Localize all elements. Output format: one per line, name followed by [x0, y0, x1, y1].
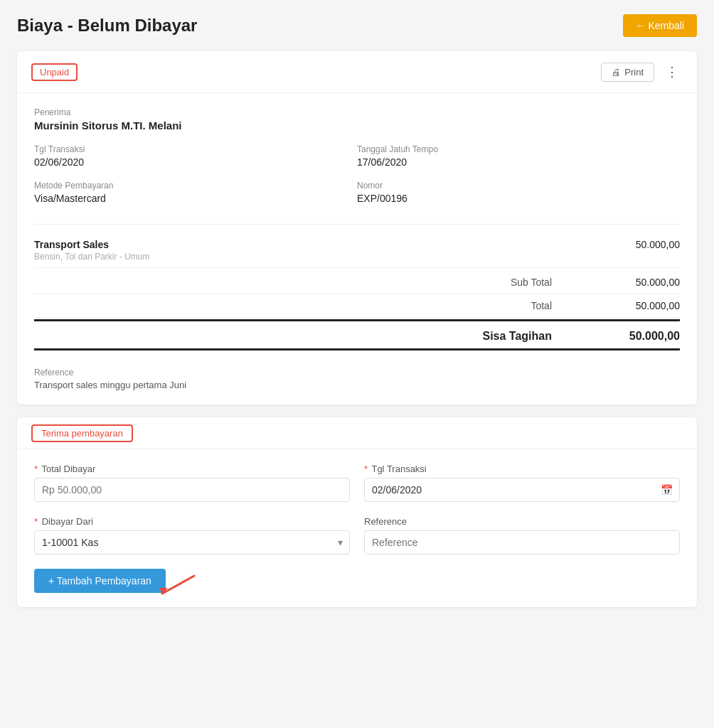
item-desc: Bensin, Tol dan Parkir - Umum	[34, 252, 150, 262]
reference-label: Reference	[34, 368, 680, 378]
total-dibayar-label: * Total Dibayar	[34, 464, 350, 474]
penerima-block: Penerima Mursinin Sitorus M.TI. Melani	[34, 107, 680, 132]
total-dibayar-group: * Total Dibayar	[34, 464, 350, 502]
sisa-value: 50.000,00	[609, 330, 680, 343]
payment-grid: * Total Dibayar * Tgl Transaksi 📅	[34, 464, 680, 555]
item-info: Transport Sales Bensin, Tol dan Parkir -…	[34, 239, 150, 262]
penerima-value: Mursinin Sitorus M.TI. Melani	[34, 119, 680, 132]
sub-total-label: Sub Total	[511, 277, 552, 288]
tanggal-jatuh-label: Tanggal Jatuh Tempo	[357, 144, 680, 154]
dibayar-dari-label: * Dibayar Dari	[34, 516, 350, 527]
required-star-3: *	[34, 516, 38, 527]
total-row: Total 50.000,00	[34, 294, 680, 318]
reference-value: Transport sales minggu pertama Juni	[34, 380, 680, 390]
metode-label: Metode Pembayaran	[34, 181, 357, 191]
page-title: Biaya - Belum Dibayar	[17, 16, 197, 36]
tambah-pembayaran-button[interactable]: + Tambah Pembayaran	[34, 569, 166, 593]
penerima-label: Penerima	[34, 107, 680, 117]
items-section: Transport Sales Bensin, Tol dan Parkir -…	[34, 224, 680, 268]
required-star-1: *	[34, 464, 38, 474]
nomor-block: Nomor EXP/00196	[357, 181, 680, 204]
reference-input[interactable]	[364, 530, 680, 555]
invoice-card: Unpaid 🖨 Print ⋮ Penerima Mursinin Sitor…	[17, 51, 697, 405]
back-button[interactable]: ← Kembali	[623, 14, 697, 37]
totals-section: Sub Total 50.000,00 Total 50.000,00 Sisa…	[34, 271, 680, 350]
nomor-label: Nomor	[357, 181, 680, 191]
tgl-transaksi-block: Tgl Transaksi 02/06/2020	[34, 144, 357, 168]
reference-pay-group: Reference	[364, 516, 680, 555]
more-button[interactable]: ⋮	[661, 61, 683, 82]
item-row: Transport Sales Bensin, Tol dan Parkir -…	[34, 233, 680, 268]
payment-card: Terima pembayaran * Total Dibayar * Tgl …	[17, 417, 697, 607]
tgl-transaksi-pay-label: * Tgl Transaksi	[364, 464, 680, 474]
print-label: Print	[624, 67, 644, 77]
sub-total-value: 50.000,00	[609, 277, 680, 288]
reference-block: Reference Transport sales minggu pertama…	[34, 362, 680, 390]
dibayar-dari-group: * Dibayar Dari ▾	[34, 516, 350, 555]
item-name: Transport Sales	[34, 239, 150, 250]
sisa-row: Sisa Tagihan 50.000,00	[34, 319, 680, 350]
info-row-2: Metode Pembayaran Visa/Mastercard Nomor …	[34, 181, 680, 217]
dibayar-dari-input[interactable]	[34, 530, 350, 555]
info-row-1: Tgl Transaksi 02/06/2020 Tanggal Jatuh T…	[34, 144, 680, 181]
tgl-transaksi-label: Tgl Transaksi	[34, 144, 357, 154]
total-dibayar-input[interactable]	[34, 478, 350, 502]
invoice-card-body: Penerima Mursinin Sitorus M.TI. Melani T…	[17, 93, 697, 405]
metode-value: Visa/Mastercard	[34, 193, 357, 204]
tgl-transaksi-input[interactable]	[364, 478, 680, 502]
page-container: Biaya - Belum Dibayar ← Kembali Unpaid 🖨…	[0, 0, 714, 728]
total-value: 50.000,00	[609, 300, 680, 311]
invoice-card-header: Unpaid 🖨 Print ⋮	[17, 51, 697, 93]
reference-pay-label: Reference	[364, 516, 680, 527]
terima-badge: Terima pembayaran	[31, 424, 133, 442]
header-actions: 🖨 Print ⋮	[601, 61, 683, 82]
tanggal-jatuh-value: 17/06/2020	[357, 156, 680, 168]
tgl-transaksi-value: 02/06/2020	[34, 156, 357, 168]
date-input-wrapper: 📅	[364, 478, 680, 502]
nomor-value: EXP/00196	[357, 193, 680, 204]
metode-block: Metode Pembayaran Visa/Mastercard	[34, 181, 357, 204]
total-label: Total	[531, 300, 552, 311]
dibayar-dari-select-wrapper: ▾	[34, 530, 350, 555]
payment-body: * Total Dibayar * Tgl Transaksi 📅	[17, 449, 697, 607]
tambah-section: + Tambah Pembayaran	[34, 569, 680, 593]
printer-icon: 🖨	[612, 67, 621, 77]
required-star-2: *	[364, 464, 368, 474]
item-amount: 50.000,00	[636, 239, 680, 250]
payment-card-header: Terima pembayaran	[17, 417, 697, 449]
tanggal-jatuh-block: Tanggal Jatuh Tempo 17/06/2020	[357, 144, 680, 168]
page-header: Biaya - Belum Dibayar ← Kembali	[17, 14, 697, 37]
print-button[interactable]: 🖨 Print	[601, 63, 654, 82]
tgl-transaksi-group: * Tgl Transaksi 📅	[364, 464, 680, 502]
unpaid-badge: Unpaid	[31, 63, 78, 81]
sub-total-row: Sub Total 50.000,00	[34, 271, 680, 294]
sisa-label: Sisa Tagihan	[482, 330, 552, 343]
